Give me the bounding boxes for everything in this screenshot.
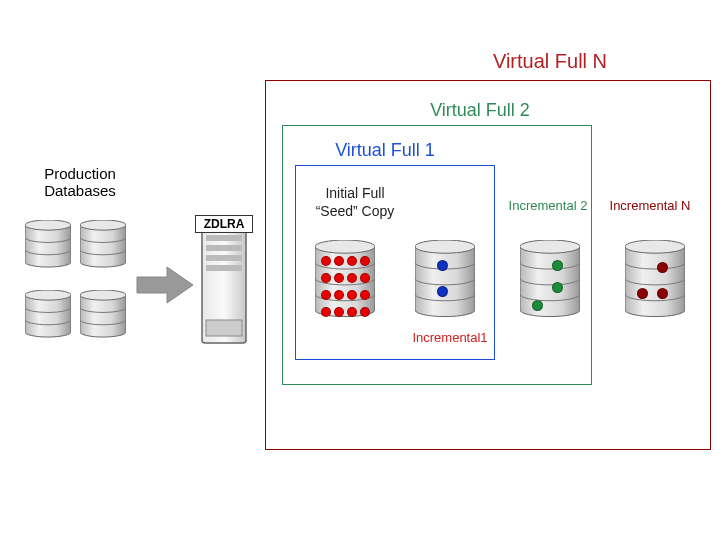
- data-dot: [657, 262, 668, 273]
- data-dot: [637, 288, 648, 299]
- incN-label: Incremental N: [600, 198, 700, 213]
- virtual-full-1-label: Virtual Full 1: [310, 140, 460, 161]
- seed-label-1: Initial Full: [305, 185, 405, 201]
- data-dot: [334, 307, 344, 317]
- data-dot: [321, 307, 331, 317]
- prod-db-4: [80, 290, 126, 340]
- data-dot: [321, 273, 331, 283]
- seed-label-2: “Seed” Copy: [305, 203, 405, 219]
- data-dot: [437, 286, 448, 297]
- data-dot: [321, 290, 331, 300]
- data-dot: [360, 290, 370, 300]
- inc1-db: [415, 240, 475, 322]
- svg-point-13: [625, 240, 685, 253]
- data-dot: [532, 300, 543, 311]
- svg-point-3: [80, 290, 126, 300]
- prod-db-2: [80, 220, 126, 270]
- svg-point-11: [415, 240, 475, 253]
- data-dot: [657, 288, 668, 299]
- data-dot: [347, 290, 357, 300]
- zdlra-server-icon: [200, 215, 248, 349]
- flow-arrow-icon: [135, 265, 195, 309]
- data-dot: [321, 256, 331, 266]
- production-db-label: Production Databases: [20, 165, 140, 199]
- data-dot: [334, 273, 344, 283]
- virtual-full-2-label: Virtual Full 2: [380, 100, 580, 121]
- data-dot: [552, 260, 563, 271]
- svg-point-10: [315, 240, 375, 253]
- svg-point-2: [25, 290, 71, 300]
- virtual-full-n-label: Virtual Full N: [450, 50, 650, 73]
- svg-rect-5: [206, 235, 242, 241]
- data-dot: [360, 256, 370, 266]
- inc2-db: [520, 240, 580, 322]
- data-dot: [347, 273, 357, 283]
- svg-rect-8: [206, 265, 242, 271]
- inc1-label: Incremental1: [400, 330, 500, 345]
- svg-point-12: [520, 240, 580, 253]
- incN-db: [625, 240, 685, 322]
- zdlra-label: ZDLRA: [195, 215, 253, 233]
- data-dot: [552, 282, 563, 293]
- data-dot: [347, 256, 357, 266]
- data-dot: [360, 273, 370, 283]
- prod-db-3: [25, 290, 71, 340]
- svg-point-1: [80, 220, 126, 230]
- prod-db-1: [25, 220, 71, 270]
- data-dot: [437, 260, 448, 271]
- data-dot: [347, 307, 357, 317]
- data-dot: [334, 256, 344, 266]
- data-dot: [334, 290, 344, 300]
- svg-rect-9: [206, 320, 242, 336]
- seed-db: [315, 240, 375, 322]
- svg-rect-6: [206, 245, 242, 251]
- inc2-label: Incremental 2: [498, 198, 598, 213]
- svg-rect-7: [206, 255, 242, 261]
- svg-point-0: [25, 220, 71, 230]
- data-dot: [360, 307, 370, 317]
